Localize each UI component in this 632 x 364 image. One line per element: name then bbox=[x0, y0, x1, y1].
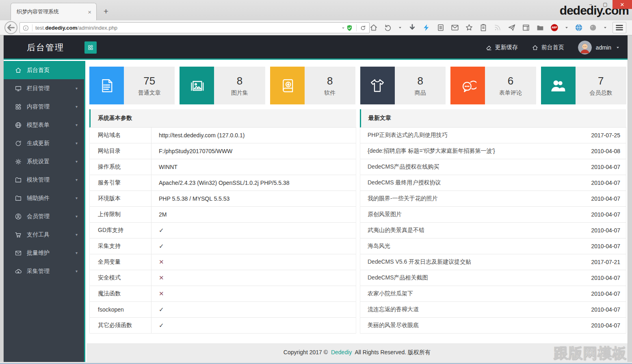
caret-icon[interactable] bbox=[398, 23, 403, 32]
article-row[interactable]: DedeCMS V5.6 开发日志及新建议提交贴2017-07-21 bbox=[360, 254, 626, 270]
article-row[interactable]: 海岛风光2010-04-07 bbox=[360, 238, 626, 254]
url-text[interactable]: test.dedediy.com/admin/index.php bbox=[35, 25, 341, 31]
article-title[interactable]: 武夷山的美景真是不错 bbox=[368, 227, 424, 234]
brand-text: Dedediy bbox=[331, 349, 352, 355]
sidebar-item[interactable]: 后台首页 bbox=[4, 61, 84, 79]
stat-card[interactable]: 8商品 bbox=[360, 67, 446, 104]
stat-value: 75 bbox=[143, 75, 155, 87]
send-icon[interactable] bbox=[507, 23, 516, 32]
window-close-button[interactable]: ✕ bbox=[613, 0, 632, 9]
sidebar-item[interactable]: 内容管理▾ bbox=[4, 98, 84, 116]
back-button[interactable] bbox=[4, 21, 17, 34]
article-title[interactable]: 农家小院丝瓜架下 bbox=[368, 290, 413, 297]
url-caret-icon[interactable] bbox=[341, 24, 346, 32]
article-row[interactable]: 武夷山的美景真是不错2010-04-07 bbox=[360, 223, 626, 238]
sidebar-item[interactable]: 生成更新▾ bbox=[4, 134, 84, 152]
page-title: 后台管理 bbox=[27, 42, 64, 53]
abp-icon[interactable]: ABP bbox=[550, 23, 559, 32]
article-title[interactable]: 流连忘返的香樟大道 bbox=[368, 306, 419, 313]
browser-toolbar: test.dedediy.com/admin/index.php ABP bbox=[0, 20, 632, 35]
download-arrow-icon[interactable] bbox=[408, 23, 417, 32]
article-title[interactable]: PHP正则表达式的几则使用技巧 bbox=[368, 132, 448, 139]
shield-icon[interactable] bbox=[346, 24, 353, 32]
menu-button[interactable] bbox=[613, 22, 626, 33]
folder-fill-icon[interactable] bbox=[536, 23, 545, 32]
sidebar-item[interactable]: 辅助插件▾ bbox=[4, 189, 84, 207]
info-icon[interactable] bbox=[22, 24, 29, 32]
panel-articles: 最新文章 PHP正则表达式的几则使用技巧2017-07-25{dede:招聘启事… bbox=[360, 109, 626, 334]
avatar[interactable] bbox=[578, 41, 592, 54]
clipboard-icon[interactable] bbox=[479, 23, 488, 32]
window-minimize-button[interactable]: – bbox=[583, 0, 598, 9]
article-row[interactable]: 流连忘返的香樟大道2010-04-07 bbox=[360, 302, 626, 318]
tab-close-icon[interactable]: × bbox=[87, 9, 92, 15]
caret-icon[interactable] bbox=[564, 23, 569, 32]
star-icon[interactable] bbox=[465, 23, 474, 32]
article-title[interactable]: 海岛风光 bbox=[368, 243, 390, 250]
sidebar-item[interactable]: 模块管理▾ bbox=[4, 171, 84, 189]
caret-icon[interactable] bbox=[603, 23, 608, 32]
update-cache-button[interactable]: 更新缓存 bbox=[485, 44, 518, 51]
lightning-icon[interactable] bbox=[422, 23, 431, 32]
stat-label: 会员总数 bbox=[589, 89, 612, 97]
user-menu[interactable]: admin bbox=[578, 41, 620, 54]
table-row: 服务引擎Apache/2.4.23 (Win32) OpenSSL/1.0.2j… bbox=[90, 175, 356, 191]
stat-cards: 75普通文章8图片集8软件8商品6表单评论7会员总数 bbox=[89, 67, 626, 104]
article-title[interactable]: 美丽的风景尽收眼底 bbox=[368, 322, 419, 329]
extension-icon[interactable] bbox=[589, 23, 597, 32]
article-row[interactable]: 农家小院丝瓜架下2010-04-07 bbox=[360, 286, 626, 302]
browser-tab[interactable]: 织梦内容管理系统 × bbox=[11, 3, 97, 20]
article-row[interactable]: PHP正则表达式的几则使用技巧2017-07-25 bbox=[360, 128, 626, 143]
article-title[interactable]: DedeCMS产品授权在线购买 bbox=[368, 163, 439, 171]
article-row[interactable]: DedeCMS 最终用户授权协议2010-04-07 bbox=[360, 175, 626, 191]
article-row[interactable]: 原创风景图片2010-04-07 bbox=[360, 207, 626, 223]
folder-icon bbox=[15, 176, 22, 184]
front-home-button[interactable]: 前台首页 bbox=[532, 44, 564, 51]
window-icon[interactable] bbox=[522, 23, 530, 32]
article-row[interactable]: DedeCMS产品授权在线购买2010-04-07 bbox=[360, 159, 626, 175]
article-title[interactable]: DedeCMS产品相关截图 bbox=[368, 274, 428, 282]
new-tab-button[interactable]: + bbox=[101, 6, 111, 16]
row-value: 2M bbox=[152, 211, 356, 218]
article-row[interactable]: {dede:招聘启事 标题='织梦大家庭新年招募第一波'}2010-04-08 bbox=[360, 143, 626, 159]
home-icon[interactable] bbox=[369, 23, 378, 32]
article-title[interactable]: {dede:招聘启事 标题='织梦大家庭新年招募第一波'} bbox=[368, 147, 495, 155]
url-bar[interactable]: test.dedediy.com/admin/index.php bbox=[19, 22, 370, 33]
article-date: 2010-04-07 bbox=[591, 275, 620, 281]
reload-button[interactable] bbox=[359, 24, 367, 32]
stat-card[interactable]: 8软件 bbox=[270, 67, 355, 104]
stat-card[interactable]: 6表单评论 bbox=[450, 67, 536, 104]
panel-title: 系统基本参数 bbox=[89, 109, 356, 128]
globe-color-icon[interactable] bbox=[574, 23, 583, 32]
stat-card[interactable]: 7会员总数 bbox=[541, 67, 626, 104]
sidebar-item[interactable]: 采集管理▾ bbox=[4, 262, 84, 280]
window-maximize-button[interactable]: ▢ bbox=[598, 0, 613, 9]
article-title[interactable]: 原创风景图片 bbox=[368, 211, 402, 218]
article-date: 2010-04-07 bbox=[591, 195, 620, 202]
article-title[interactable]: 我的眼界-一些关于花的照片 bbox=[368, 195, 438, 202]
sidebar-item[interactable]: 模型表单▾ bbox=[4, 116, 84, 134]
sidebar-item[interactable]: 批量维护▾ bbox=[4, 244, 84, 262]
article-row[interactable]: DedeCMS产品相关截图2010-04-07 bbox=[360, 270, 626, 286]
sidebar-item[interactable]: 支付工具▾ bbox=[4, 225, 84, 244]
stat-value: 8 bbox=[417, 75, 423, 87]
sidebar-item[interactable]: 系统设置▾ bbox=[4, 152, 84, 171]
collapse-menu-button[interactable] bbox=[84, 41, 97, 54]
article-title[interactable]: DedeCMS 最终用户授权协议 bbox=[368, 179, 441, 186]
gear-icon bbox=[15, 158, 22, 165]
stat-card[interactable]: 75普通文章 bbox=[89, 67, 175, 104]
rss-icon[interactable] bbox=[493, 23, 502, 32]
monitor-icon bbox=[15, 85, 22, 92]
history-icon[interactable] bbox=[383, 23, 392, 32]
article-title[interactable]: DedeCMS V5.6 开发日志及新建议提交贴 bbox=[368, 258, 471, 266]
mail-icon[interactable] bbox=[450, 23, 459, 32]
sidebar-item[interactable]: 栏目管理▾ bbox=[4, 79, 84, 98]
stat-card[interactable]: 8图片集 bbox=[180, 67, 265, 104]
stat-icon-block bbox=[180, 67, 214, 104]
article-row[interactable]: 美丽的风景尽收眼底2010-04-07 bbox=[360, 318, 626, 334]
article-row[interactable]: 我的眼界-一些关于花的照片2010-04-07 bbox=[360, 191, 626, 207]
stat-label: 表单评论 bbox=[499, 89, 522, 97]
reader-icon[interactable] bbox=[436, 23, 445, 32]
sidebar-item[interactable]: 会员管理▾ bbox=[4, 207, 84, 225]
table-row: 安全模式✕ bbox=[90, 270, 356, 286]
